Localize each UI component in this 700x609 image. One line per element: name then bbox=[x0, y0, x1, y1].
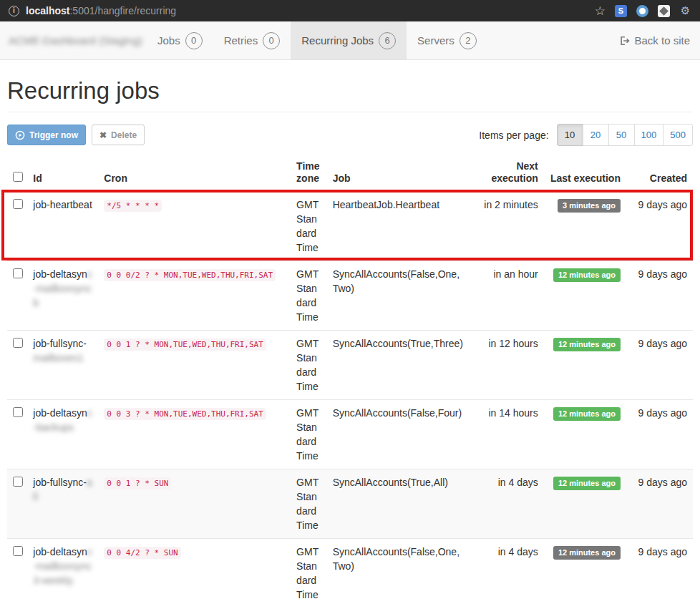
address-bar[interactable]: localhost:5001/hangfire/recurring bbox=[26, 5, 176, 16]
job-cell: HeartbeatJob.Heartbeat bbox=[327, 191, 470, 261]
header-created: Created bbox=[626, 157, 693, 191]
table-header-row: Id Cron Time zone Job Next execution Las… bbox=[7, 157, 693, 191]
cron-expression: 0 0 1 ? * SUN bbox=[104, 477, 171, 489]
bookmark-star-icon[interactable]: ☆ bbox=[595, 5, 606, 17]
job-id-cell: job-fullsync-mailboxes1 bbox=[27, 331, 98, 400]
job-id-cell: job-deltasync-backups bbox=[27, 400, 98, 469]
log-out-icon bbox=[619, 36, 630, 46]
table-row: job-deltasync-backups 0 0 3 ? * MON,TUE,… bbox=[7, 400, 693, 469]
last-execution-cell: 12 minutes ago bbox=[544, 400, 626, 469]
job-cell: SyncAllAccounts(False,One, Two) bbox=[327, 539, 470, 608]
last-execution-badge[interactable]: 12 minutes ago bbox=[553, 268, 621, 282]
recurring-jobs-page: Recurring jobs Trigger now ✖ Delete Item… bbox=[0, 77, 700, 608]
page-size-50[interactable]: 50 bbox=[608, 124, 635, 146]
header-job: Job bbox=[327, 157, 470, 191]
job-id-redacted: mailboxes1 bbox=[33, 352, 84, 364]
tab-recurring-jobs-count: 6 bbox=[379, 32, 396, 49]
created-cell: 9 days ago bbox=[626, 539, 693, 608]
header-next-execution: Next execution bbox=[470, 157, 544, 191]
created-cell: 9 days ago bbox=[626, 261, 693, 331]
page-size-20[interactable]: 20 bbox=[583, 124, 609, 146]
page-title: Recurring jobs bbox=[7, 77, 693, 104]
job-id-cell: job-deltasync-mailboxsync 3-weekly. bbox=[27, 539, 98, 608]
extension-cube-icon[interactable] bbox=[658, 5, 670, 17]
site-info-icon[interactable]: i bbox=[9, 6, 19, 16]
header-cron: Cron bbox=[98, 157, 291, 191]
timezone-cell: GMT Standard Time bbox=[291, 539, 327, 608]
browser-toolbar-icons: ☆ S ⚙ bbox=[595, 5, 691, 17]
brand-text-redacted: ACME-Dashboard (Staging) bbox=[9, 34, 142, 47]
row-checkbox[interactable] bbox=[13, 268, 23, 278]
cron-cell: 0 0 1 ? * SUN bbox=[98, 469, 291, 539]
job-cell: SyncAllAccounts(True,Three) bbox=[327, 331, 470, 400]
tab-recurring-jobs-label: Recurring Jobs bbox=[301, 34, 374, 47]
back-to-site-label: Back to site bbox=[634, 34, 690, 47]
delete-button[interactable]: ✖ Delete bbox=[92, 125, 145, 145]
next-execution-cell: in 4 days bbox=[470, 539, 544, 608]
table-row: job-deltasync-mailboxsync 3-weekly. 0 0 … bbox=[7, 539, 693, 608]
next-execution-cell: in 4 days bbox=[470, 469, 544, 539]
header-id: Id bbox=[27, 157, 98, 191]
browser-url-bar: i localhost:5001/hangfire/recurring ☆ S … bbox=[0, 0, 700, 21]
timezone-cell: GMT Standard Time bbox=[291, 331, 327, 400]
timezone-cell: GMT Standard Time bbox=[291, 261, 327, 331]
extension-browser-icon[interactable] bbox=[636, 5, 648, 17]
timezone-cell: GMT Standard Time bbox=[291, 469, 327, 539]
job-id-cell: job-heartbeat bbox=[27, 191, 98, 261]
recurring-jobs-table: Id Cron Time zone Job Next execution Las… bbox=[7, 157, 693, 608]
created-cell: 9 days ago bbox=[626, 331, 693, 400]
page-size-100[interactable]: 100 bbox=[634, 124, 664, 146]
last-execution-cell: 12 minutes ago bbox=[544, 539, 626, 608]
tab-retries[interactable]: Retries 0 bbox=[213, 21, 291, 59]
last-execution-badge[interactable]: 12 minutes ago bbox=[553, 338, 621, 351]
trigger-now-button[interactable]: Trigger now bbox=[7, 125, 86, 145]
tab-jobs[interactable]: Jobs 0 bbox=[147, 21, 213, 59]
table-row: job-heartbeat */5 * * * * GMT Standard T… bbox=[7, 191, 693, 261]
cron-cell: 0 0 3 ? * MON,TUE,WED,THU,FRI,SAT bbox=[98, 400, 291, 469]
play-circle-icon bbox=[15, 130, 25, 140]
job-id: job-heartbeat bbox=[33, 199, 92, 210]
row-checkbox[interactable] bbox=[13, 407, 23, 417]
tab-servers[interactable]: Servers 2 bbox=[407, 21, 487, 59]
timezone-cell: GMT Standard Time bbox=[291, 400, 327, 469]
toolbar: Trigger now ✖ Delete Items per page: 10 … bbox=[7, 124, 693, 146]
select-all-checkbox[interactable] bbox=[13, 172, 23, 182]
last-execution-badge[interactable]: 12 minutes ago bbox=[553, 477, 621, 490]
navbar-brand[interactable]: ACME-Dashboard (Staging) bbox=[0, 21, 147, 59]
job-id-cell: job-fullsync-all bbox=[27, 469, 98, 539]
url-path: :5001/hangfire/recurring bbox=[69, 5, 176, 16]
cron-cell: 0 0 0/2 ? * MON,TUE,WED,THU,FRI,SAT bbox=[98, 261, 291, 331]
job-cell: SyncAllAccounts(True,All) bbox=[327, 469, 470, 539]
back-to-site-link[interactable]: Back to site bbox=[609, 21, 700, 59]
created-cell: 9 days ago bbox=[626, 191, 693, 261]
last-execution-badge[interactable]: 12 minutes ago bbox=[553, 546, 621, 560]
header-last-execution: Last execution bbox=[544, 157, 626, 191]
tab-recurring-jobs[interactable]: Recurring Jobs 6 bbox=[291, 21, 407, 59]
page-size-500[interactable]: 500 bbox=[663, 124, 693, 146]
table-row: job-fullsync-mailboxes1 0 0 1 ? * MON,TU… bbox=[7, 331, 693, 400]
row-checkbox[interactable] bbox=[13, 338, 23, 348]
cron-expression: 0 0 3 ? * MON,TUE,WED,THU,FRI,SAT bbox=[104, 408, 266, 420]
page-size-group: 10 20 50 100 500 bbox=[558, 124, 693, 146]
row-checkbox[interactable] bbox=[13, 546, 23, 556]
extension-icon[interactable]: S bbox=[615, 5, 627, 17]
cube-glyph bbox=[659, 6, 669, 16]
settings-gear-icon[interactable]: ⚙ bbox=[679, 5, 691, 17]
timezone-cell: GMT Standard Time bbox=[291, 191, 327, 261]
job-id-cell: job-deltasync-mailboxsync b bbox=[27, 261, 98, 331]
row-checkbox[interactable] bbox=[13, 199, 23, 209]
cron-expression: */5 * * * * bbox=[104, 200, 162, 212]
cron-expression: 0 0 0/2 ? * MON,TUE,WED,THU,FRI,SAT bbox=[104, 269, 276, 281]
last-execution-badge[interactable]: 12 minutes ago bbox=[553, 407, 621, 421]
page-size-10[interactable]: 10 bbox=[557, 124, 583, 146]
job-cell: SyncAllAccounts(False,One, Two) bbox=[327, 261, 470, 331]
title-divider bbox=[7, 112, 693, 112]
last-execution-cell: 12 minutes ago bbox=[544, 331, 626, 400]
row-checkbox[interactable] bbox=[13, 477, 23, 487]
last-execution-cell: 12 minutes ago bbox=[544, 469, 626, 539]
tab-jobs-label: Jobs bbox=[157, 34, 180, 47]
last-execution-badge[interactable]: 3 minutes ago bbox=[558, 199, 621, 213]
tab-servers-count: 2 bbox=[460, 32, 477, 49]
created-cell: 9 days ago bbox=[626, 400, 693, 469]
last-execution-cell: 3 minutes ago bbox=[544, 191, 626, 261]
